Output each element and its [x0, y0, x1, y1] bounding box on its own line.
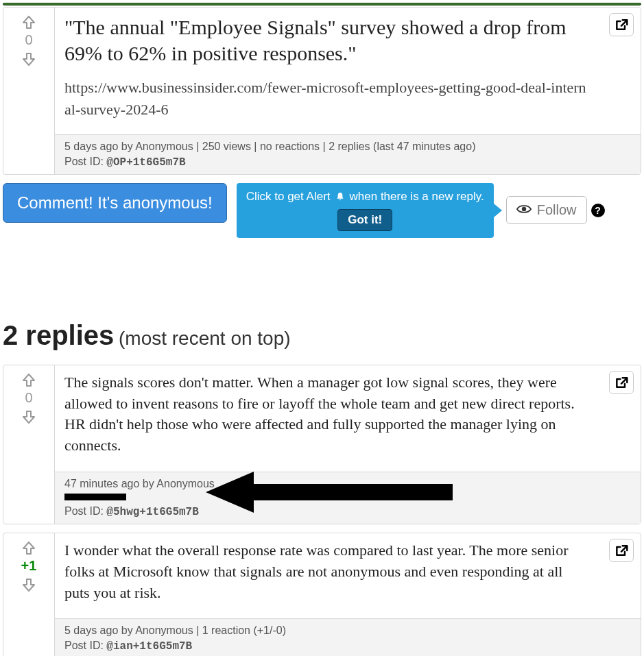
replies-heading: 2 replies (most recent on top): [3, 320, 641, 351]
svg-point-0: [522, 207, 526, 211]
follow-tooltip-wrap: Click to get Alert when there is a new r…: [237, 183, 605, 238]
post-id: @OP+1t6G5m7B: [106, 156, 185, 169]
vote-score: +1: [21, 558, 37, 574]
help-icon[interactable]: ?: [591, 204, 605, 217]
post-quote: "The annual "Employee Signals" survey sh…: [64, 14, 587, 66]
reply-meta-line2: Post ID: @5hwg+1t6G5m7B: [64, 505, 631, 518]
bell-icon: [335, 191, 346, 202]
action-row: Comment! It's anonymous! Click to get Al…: [3, 183, 641, 238]
reply-meta-bar: 47 minutes ago by Anonymous Post ID: @5h…: [55, 472, 641, 524]
downvote-icon[interactable]: [19, 576, 38, 593]
comment-button[interactable]: Comment! It's anonymous!: [3, 183, 227, 223]
post-url[interactable]: https://www.businessinsider.com/fewer-mi…: [64, 77, 587, 121]
share-button[interactable]: [609, 13, 634, 36]
reply-meta-line2: Post ID: @ian+1t6G5m7B: [64, 640, 631, 653]
tooltip-arrow: [494, 204, 502, 217]
reply-card: +1 I wonder what the overall response ra…: [3, 533, 641, 656]
reply-body: The signals scores don't matter. When a …: [64, 372, 587, 457]
vote-column: 0: [3, 365, 54, 524]
share-icon: [615, 376, 628, 389]
share-button[interactable]: [609, 371, 634, 394]
post-meta-bar: 5 days ago by Anonymous | 250 views | no…: [55, 134, 641, 174]
upvote-icon[interactable]: [19, 372, 38, 389]
downvote-icon[interactable]: [19, 51, 38, 67]
post-id: @ian+1t6G5m7B: [106, 640, 192, 653]
reply-meta-line1: 47 minutes ago by Anonymous: [64, 478, 631, 490]
vote-column: +1: [3, 533, 54, 656]
redacted-bar: [64, 494, 126, 500]
follow-tooltip: Click to get Alert when there is a new r…: [237, 183, 494, 238]
main-post-card: 0 "The annual "Employee Signals" survey …: [3, 7, 641, 175]
post-id: @5hwg+1t6G5m7B: [106, 506, 198, 518]
reply-meta-bar: 5 days ago by Anonymous | 1 reaction (+1…: [55, 618, 641, 656]
eye-icon: [516, 202, 532, 218]
upvote-icon[interactable]: [19, 540, 38, 557]
vote-score: 0: [25, 32, 32, 48]
follow-button[interactable]: Follow: [506, 196, 587, 224]
got-it-button[interactable]: Got it!: [337, 209, 392, 231]
post-meta-line1: 5 days ago by Anonymous | 250 views | no…: [64, 141, 631, 153]
upvote-icon[interactable]: [19, 14, 38, 31]
downvote-icon[interactable]: [19, 409, 38, 425]
vote-column: 0: [3, 8, 54, 174]
share-icon: [615, 544, 628, 557]
reply-card: 0 The signals scores don't matter. When …: [3, 365, 641, 524]
vote-score: 0: [25, 390, 32, 406]
share-icon: [615, 18, 628, 32]
reply-meta-line1: 5 days ago by Anonymous | 1 reaction (+1…: [64, 624, 631, 637]
top-gradient-bar: [3, 3, 641, 5]
share-button[interactable]: [609, 539, 634, 562]
reply-body: I wonder what the overall response rate …: [64, 540, 587, 603]
post-meta-line2: Post ID: @OP+1t6G5m7B: [64, 156, 631, 169]
